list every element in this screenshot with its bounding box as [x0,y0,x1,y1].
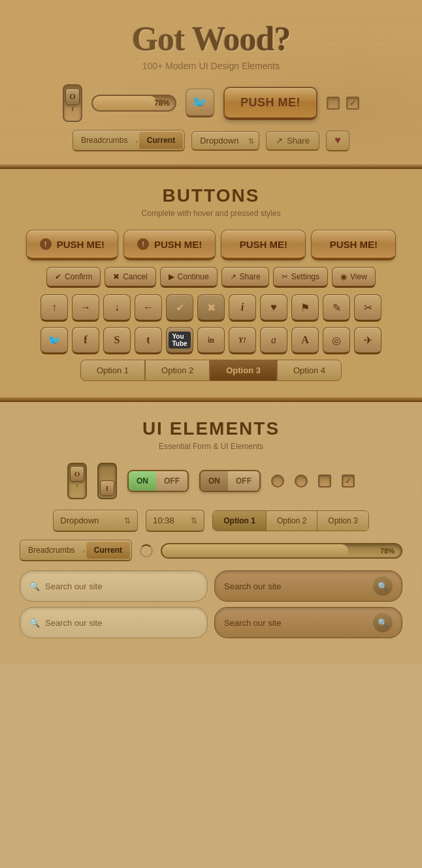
progress-bar: 78% [91,95,176,112]
linkedin-button[interactable]: in [197,327,225,354]
heart-sq-button[interactable]: ♥ [260,294,287,322]
cross-button[interactable]: ✖ [197,294,225,322]
v-toggle-2[interactable]: I [97,463,117,499]
continue-label: Continue [178,272,209,281]
loading-spinner [140,544,153,557]
checkbox-checked[interactable]: ✓ [346,97,359,110]
push-btn-3[interactable]: PUSH ME! [221,230,306,260]
youtube-button[interactable]: YouTube [166,327,193,354]
toggle-i-label: I [71,106,73,112]
search-go-btn-2[interactable]: 🔍 [373,613,393,632]
radio-unchecked-2[interactable] [295,474,308,488]
breadcrumb-nav[interactable]: Breadcrumbs › Current [73,130,185,151]
push-label-4: PUSH ME! [330,239,378,250]
linkedin-icon: in [208,335,214,345]
share-button-sm[interactable]: ↗ Share [221,267,269,288]
tab-label-3: Option 3 [226,365,261,375]
off-btn-1[interactable]: OFF [156,471,187,491]
time-picker[interactable]: 10:38 ⇅ [146,510,204,532]
push-me-button[interactable]: PUSH ME! [223,87,317,120]
edit-button[interactable]: ✎ [323,294,350,322]
amazon-button[interactable]: a [260,327,287,354]
seg-option1[interactable]: Option 1 [213,511,267,531]
heart-sq-icon: ♥ [270,302,277,313]
yahoo-button[interactable]: Y! [229,327,256,354]
twitter-button[interactable]: 🐦 [41,327,68,354]
view-button[interactable]: ◉ View [332,267,376,288]
breadcrumb2-current[interactable]: Current [86,542,130,559]
cancel-button[interactable]: ✖ Cancel [105,267,155,288]
tab-option1[interactable]: Option 1 [80,360,145,381]
eye-icon: ◉ [340,272,347,281]
push-btn-4[interactable]: PUSH ME! [311,230,396,260]
toggle-switch[interactable]: O I [63,84,82,122]
push-btn-1[interactable]: ! PUSH ME! [26,230,118,260]
seg-option2[interactable]: Option 2 [267,511,317,531]
segmented-control[interactable]: Option 1 Option 2 Option 3 [212,510,368,531]
search-input-flat-1[interactable]: 🔍 Search our site [20,607,208,638]
tab-option2[interactable]: Option 2 [145,360,210,381]
tab-label-1: Option 1 [97,365,129,375]
arrow-right-button[interactable]: → [72,294,99,322]
hero-title: Got Wood? [13,20,409,58]
check-button[interactable]: ✔ [166,294,193,322]
breadcrumb-nav-2[interactable]: Breadcrumbs › Current [20,540,132,561]
on-btn-1[interactable]: ON [129,471,156,491]
on-btn-2[interactable]: ON [201,471,228,491]
settings-button[interactable]: ✂ Settings [273,267,328,288]
dribbble-button[interactable]: ◎ [323,327,350,354]
breadcrumb-current[interactable]: Current [139,132,183,149]
buttons-subtitle: Complete with hover and pressed styles [13,209,409,218]
seg-option3[interactable]: Option 3 [317,511,368,531]
amazon-icon: a [271,334,276,346]
bird-button[interactable]: 🐦 [186,89,214,117]
scissors-icon: ✂ [364,302,372,314]
search-go-icon-1: 🔍 [378,581,388,591]
confirm-button[interactable]: ✔ Confirm [46,267,101,288]
arrow-right-icon: → [80,302,91,313]
breadcrumb-arrow: › [135,137,137,144]
dropdown-wrapper[interactable]: Dropdown [191,131,259,151]
search-input-dark-1[interactable]: Search our site 🔍 [214,570,402,602]
search-go-icon-2: 🔍 [378,618,388,628]
arrow-down-icon: ↓ [114,302,120,313]
v-toggle-1[interactable]: O I [67,463,87,499]
push-label-2: PUSH ME! [154,239,202,250]
appstore-icon: A [301,334,309,346]
search-go-btn-1[interactable]: 🔍 [373,576,393,596]
arrow-left-button[interactable]: ← [135,294,162,322]
checkbox-ui-checked[interactable]: ✓ [342,474,355,488]
continue-button[interactable]: ▶ Continue [160,267,218,288]
ui-dropdown[interactable]: Dropdown ⇅ [53,510,138,532]
flag-button[interactable]: ⚑ [291,294,319,322]
search-input-light-1[interactable]: 🔍 Search our site [20,570,208,602]
checkbox-unchecked[interactable] [327,97,340,110]
info-button[interactable]: i [229,294,256,322]
arrow-down-button[interactable]: ↓ [103,294,131,322]
breadcrumb2-arrow: › [82,547,84,554]
off-btn-2[interactable]: OFF [228,471,259,491]
cross-circle-icon: ✖ [207,302,216,314]
tab-option3[interactable]: Option 3 [210,360,277,381]
tab-label-2: Option 2 [161,365,193,375]
search-input-dark-2[interactable]: Search our site 🔍 [214,607,402,638]
tumblr-button[interactable]: t [135,327,162,354]
breadcrumb2-home[interactable]: Breadcrumbs [20,542,82,559]
skype-button[interactable]: S [103,327,131,354]
facebook-button[interactable]: f [72,327,99,354]
share-button[interactable]: ↗ Share [266,131,319,151]
dropdown-select[interactable]: Dropdown [191,131,259,151]
push-btn-2[interactable]: ! PUSH ME! [123,230,216,260]
scissors-button[interactable]: ✂ [354,294,381,322]
tab-option4[interactable]: Option 4 [277,360,342,381]
appstore-button[interactable]: A [291,327,319,354]
on-off-toggle-1[interactable]: ON OFF [127,470,189,492]
arrow-up-button[interactable]: ↑ [41,294,68,322]
on-off-toggle-2[interactable]: ON OFF [199,470,261,492]
radio-unchecked-1[interactable] [271,474,284,488]
heart-button[interactable]: ♥ [326,131,349,151]
checkbox-ui-unchecked[interactable] [318,474,331,488]
send-button[interactable]: ✈ [354,327,381,354]
breadcrumb-home[interactable]: Breadcrumbs [73,132,135,149]
facebook-icon: f [84,334,87,346]
